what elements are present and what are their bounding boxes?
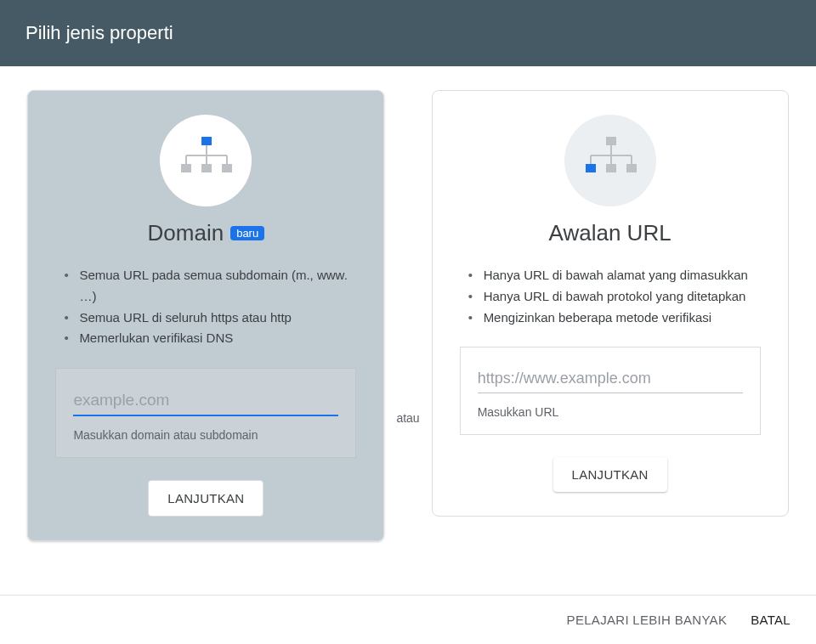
- url-card-title: Awalan URL: [549, 220, 672, 246]
- url-hierarchy-icon: [583, 135, 638, 186]
- domain-hierarchy-icon: [178, 135, 233, 186]
- domain-icon-circle: [160, 115, 252, 206]
- dialog-header: Pilih jenis properti: [0, 0, 816, 66]
- content-area: Domain baru Semua URL pada semua subdoma…: [0, 66, 816, 541]
- url-bullet: Mengizinkan beberapa metode verifikasi: [460, 308, 761, 329]
- domain-bullet: Semua URL di seluruh https atau http: [55, 308, 356, 329]
- dialog-footer: PELAJARI LEBIH BANYAK BATAL: [0, 595, 816, 644]
- cancel-button[interactable]: BATAL: [751, 613, 790, 627]
- property-type-card-domain[interactable]: Domain baru Semua URL pada semua subdoma…: [27, 90, 384, 541]
- svg-rect-9: [606, 137, 616, 145]
- domain-input-box: Masukkan domain atau subdomain: [55, 368, 356, 458]
- svg-rect-8: [222, 164, 232, 172]
- url-bullet: Hanya URL di bawah protokol yang ditetap…: [460, 286, 761, 308]
- url-input-box: Masukkan URL: [460, 347, 761, 435]
- new-badge: baru: [230, 226, 264, 240]
- domain-input[interactable]: [73, 387, 338, 416]
- svg-rect-16: [606, 164, 616, 172]
- domain-helper-text: Masukkan domain atau subdomain: [73, 428, 338, 442]
- svg-rect-17: [626, 164, 637, 172]
- svg-rect-15: [586, 164, 596, 172]
- or-separator: atau: [384, 411, 431, 425]
- svg-rect-6: [181, 164, 191, 172]
- url-input[interactable]: [478, 366, 743, 393]
- dialog-title: Pilih jenis properti: [26, 22, 173, 43]
- domain-continue-button[interactable]: LANJUTKAN: [148, 480, 264, 517]
- svg-rect-0: [201, 137, 212, 145]
- learn-more-link[interactable]: PELAJARI LEBIH BANYAK: [567, 613, 728, 627]
- property-type-card-url-prefix[interactable]: Awalan URL Hanya URL di bawah alamat yan…: [432, 90, 789, 517]
- url-continue-button[interactable]: LANJUTKAN: [553, 457, 667, 492]
- url-title-row: Awalan URL: [549, 220, 672, 246]
- domain-bullet: Memerlukan verifikasi DNS: [55, 328, 356, 349]
- svg-rect-7: [201, 164, 212, 172]
- url-helper-text: Masukkan URL: [478, 405, 743, 419]
- domain-bullets: Semua URL pada semua subdomain (m., www.…: [55, 265, 356, 349]
- url-bullet: Hanya URL di bawah alamat yang dimasukka…: [460, 265, 761, 286]
- url-icon-circle: [564, 115, 656, 206]
- domain-title-row: Domain baru: [148, 220, 265, 246]
- domain-card-title: Domain: [148, 220, 224, 246]
- url-bullets: Hanya URL di bawah alamat yang dimasukka…: [460, 265, 761, 328]
- domain-bullet: Semua URL pada semua subdomain (m., www.…: [55, 265, 356, 308]
